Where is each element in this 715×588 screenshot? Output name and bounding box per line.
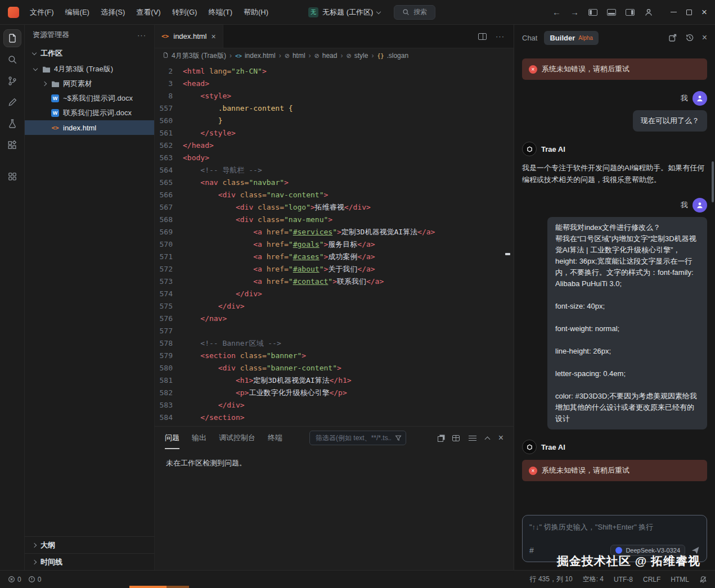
close-panel-icon[interactable]: × [498, 433, 503, 443]
toggle-sidebar-icon[interactable] [588, 9, 597, 16]
maximize-panel-icon[interactable] [484, 436, 490, 442]
menu-item-4[interactable]: 转到(G) [167, 5, 203, 20]
indentation-status[interactable]: 空格: 4 [583, 575, 604, 584]
close-chat-icon[interactable]: × [702, 33, 707, 43]
minimize-button[interactable] [671, 12, 677, 13]
breadcrumb-item-4[interactable]: ⊘style [346, 52, 368, 60]
breadcrumb-item-3[interactable]: ⊘head [314, 52, 338, 60]
code-line-571[interactable]: 571 <a href="#cases">成功案例</a> [155, 251, 514, 263]
timeline-section[interactable]: 时间线 [25, 553, 154, 570]
toggle-panel-icon[interactable] [607, 9, 616, 16]
code-line-568[interactable]: 568 <div class="nav-menu"> [155, 214, 514, 226]
code-line-584[interactable]: 584 </section> [155, 411, 514, 424]
explorer-icon[interactable] [3, 29, 21, 47]
tree-item-0[interactable]: 4月第3版 (Trae版) [25, 62, 154, 76]
eol-status[interactable]: CRLF [643, 576, 660, 584]
tree-item-4[interactable]: <>index.html [25, 120, 154, 135]
search-sidebar-icon[interactable] [3, 51, 21, 69]
warnings-status[interactable]: 0 [28, 576, 42, 584]
notifications-bell-icon[interactable] [699, 576, 707, 584]
code-line-565[interactable]: 565 <nav class="navbar"> [155, 177, 514, 189]
code-line-2[interactable]: 2<html lang="zh-CN"> [155, 65, 514, 78]
scrollbar-marker[interactable] [505, 253, 510, 255]
back-button[interactable]: ← [552, 7, 561, 17]
history-icon[interactable] [685, 33, 694, 42]
source-control-icon[interactable] [3, 72, 21, 90]
code-line-581[interactable]: 581 <h1>定制3D机器视觉AI算法</h1> [155, 374, 514, 387]
code-line-562[interactable]: 562</head> [155, 139, 514, 152]
menu-item-6[interactable]: 帮助(H) [239, 5, 273, 20]
forward-button[interactable]: → [570, 7, 579, 17]
tab-chat[interactable]: Chat [522, 34, 537, 42]
menu-item-1[interactable]: 编辑(E) [60, 5, 95, 20]
code-line-3[interactable]: 3<head> [155, 78, 514, 90]
workspace-switcher[interactable]: 无 无标题 (工作区) [308, 7, 380, 17]
tab-index-html[interactable]: <> index.html × [155, 25, 223, 48]
breadcrumb-item-0[interactable]: 4月第3版 (Trae版) [163, 51, 226, 61]
panel-tab-2[interactable]: 调试控制台 [219, 427, 255, 449]
code-line-567[interactable]: 567 <div class="logo">拓维睿视</div> [155, 201, 514, 214]
tree-item-1[interactable]: 网页素材 [25, 76, 154, 91]
errors-status[interactable]: 0 [8, 576, 21, 584]
code-line-573[interactable]: 573 <a href="#contact">联系我们</a> [155, 275, 514, 288]
encoding-status[interactable]: UTF-8 [614, 576, 633, 584]
tree-item-3[interactable]: W联系我们提示词.docx [25, 106, 154, 120]
panel-tab-1[interactable]: 输出 [192, 427, 206, 449]
close-tab-icon[interactable]: × [212, 32, 216, 41]
filter-settings-icon[interactable] [469, 435, 476, 441]
context-hash-button[interactable]: # [529, 546, 534, 555]
code-line-576[interactable]: 576 </nav> [155, 313, 514, 325]
code-line-577[interactable]: 577 [155, 325, 514, 337]
panel-tab-3[interactable]: 终端 [268, 427, 282, 449]
tab-builder[interactable]: Builder Alpha [544, 31, 598, 45]
view-as-table-icon[interactable] [452, 435, 460, 441]
menu-item-2[interactable]: 选择(S) [96, 5, 130, 20]
code-line-578[interactable]: 578 <!-- Banner区域 --> [155, 337, 514, 350]
code-line-583[interactable]: 583 </div> [155, 399, 514, 411]
code-line-8[interactable]: 8 <style> [155, 90, 514, 102]
code-editor[interactable]: 2<html lang="zh-CN">3<head>8 <style>557 … [155, 63, 514, 426]
menu-item-0[interactable]: 文件(F) [25, 5, 59, 20]
maximize-button[interactable] [686, 10, 692, 15]
menu-item-5[interactable]: 终端(T) [203, 5, 237, 20]
breadcrumb-item-5[interactable]: {}.slogan [377, 52, 408, 60]
menu-item-3[interactable]: 查看(V) [131, 5, 165, 20]
workspace-section-header[interactable]: 工作区 [25, 45, 154, 62]
code-line-557[interactable]: 557 .banner-content { [155, 102, 514, 115]
more-actions-icon[interactable]: ··· [137, 31, 146, 39]
copy-icon[interactable] [438, 436, 443, 442]
code-line-566[interactable]: 566 <div class="nav-content"> [155, 189, 514, 201]
split-editor-icon[interactable] [478, 33, 487, 40]
code-line-560[interactable]: 560 } [155, 115, 514, 127]
panel-tab-0[interactable]: 问题 [165, 427, 179, 449]
tree-item-2[interactable]: W~$系我们提示词.docx [25, 91, 154, 106]
code-line-564[interactable]: 564 <!-- 导航栏 --> [155, 164, 514, 177]
edit-pen-icon[interactable] [3, 93, 21, 111]
code-line-582[interactable]: 582 <p>工业数字化升级核心引擎</p> [155, 387, 514, 399]
code-line-579[interactable]: 579 <section class="banner"> [155, 350, 514, 362]
code-line-575[interactable]: 575 </div> [155, 300, 514, 313]
cursor-position[interactable]: 行 435，列 10 [530, 575, 573, 584]
account-icon[interactable] [644, 8, 653, 17]
code-line-569[interactable]: 569 <a href="#services">定制3D机器视觉AI算法</a> [155, 226, 514, 238]
code-line-561[interactable]: 561 </style> [155, 127, 514, 139]
toggle-secondary-sidebar-icon[interactable] [626, 9, 635, 16]
apps-grid-icon[interactable] [3, 168, 21, 186]
code-line-570[interactable]: 570 <a href="#goals">服务目标</a> [155, 238, 514, 251]
code-line-563[interactable]: 563<body> [155, 152, 514, 164]
code-line-580[interactable]: 580 <div class="banner-content"> [155, 362, 514, 374]
problems-filter-input[interactable] [309, 431, 406, 445]
outline-section[interactable]: 大纲 [25, 536, 154, 553]
new-chat-icon[interactable] [668, 33, 677, 42]
extensions-icon[interactable] [3, 136, 21, 154]
code-line-574[interactable]: 574 </div> [155, 288, 514, 300]
language-mode[interactable]: HTML [671, 576, 689, 584]
breadcrumb-item-2[interactable]: ⊘html [285, 52, 305, 60]
global-search-button[interactable]: 搜索 [394, 5, 435, 20]
test-flask-icon[interactable] [3, 115, 21, 133]
chat-messages[interactable]: × 系统未知错误，请稍后重试 我 现在可以用了么？ Trae AI 我是一 [514, 51, 715, 512]
code-line-572[interactable]: 572 <a href="#about">关于我们</a> [155, 263, 514, 275]
close-button[interactable]: × [701, 7, 707, 17]
breadcrumb-item-1[interactable]: <>index.html [235, 52, 276, 60]
app-logo-icon[interactable] [8, 7, 19, 18]
